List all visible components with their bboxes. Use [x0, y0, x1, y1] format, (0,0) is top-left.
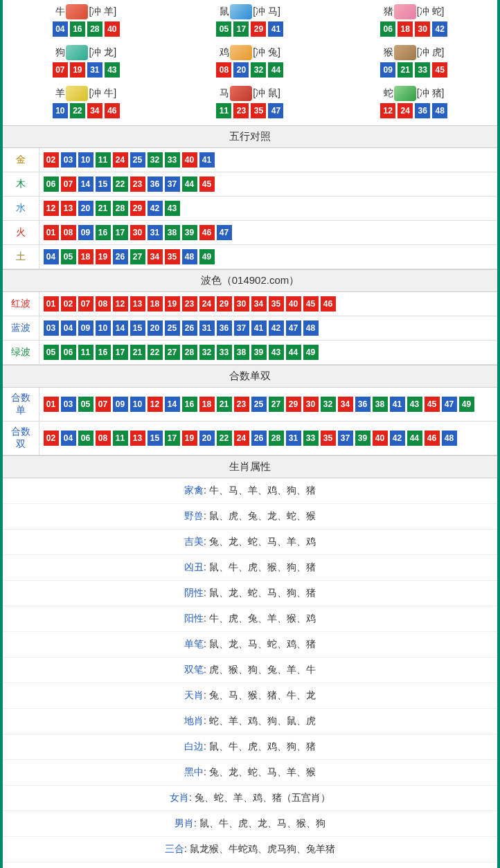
- number-ball: 35: [251, 103, 266, 118]
- attr-cell: 单笔: 鼠、龙、马、蛇、鸡、猪: [3, 632, 497, 658]
- number-ball: 27: [165, 345, 180, 360]
- attr-label: 三合: [165, 843, 184, 854]
- row-balls: 04051819262734354849: [39, 245, 497, 269]
- number-ball: 10: [130, 397, 145, 412]
- number-ball: 17: [233, 21, 249, 37]
- zodiac-numbers: 09213345: [333, 62, 494, 78]
- zodiac-opposition: [冲 虎]: [417, 46, 445, 59]
- number-ball: 19: [165, 296, 180, 311]
- number-ball: 39: [251, 345, 267, 360]
- wuxing-table: 金02031011242532334041木060714152223363744…: [3, 148, 497, 269]
- zodiac-numbers: 08203244: [170, 62, 331, 78]
- number-ball: 21: [96, 201, 111, 216]
- section-header-shuxing: 生肖属性: [3, 455, 497, 478]
- row-label: 红波: [3, 292, 39, 316]
- attr-cell: 女肖: 兔、蛇、羊、鸡、猪（五宫肖）: [3, 786, 497, 811]
- number-ball: 18: [148, 296, 163, 311]
- attr-label: 黑中: [184, 766, 204, 777]
- number-ball: 22: [70, 103, 85, 118]
- number-ball: 12: [148, 397, 163, 412]
- zodiac-icon: [394, 4, 416, 19]
- zodiac-cell: 鸡[冲 兔]08203244: [170, 44, 331, 82]
- number-ball: 18: [398, 21, 413, 37]
- number-ball: 49: [199, 249, 215, 264]
- number-ball: 23: [234, 397, 249, 412]
- attr-label: 野兽: [184, 510, 204, 521]
- attr-label: 单笔: [184, 638, 204, 649]
- section-header-wuxing: 五行对照: [3, 125, 497, 148]
- zodiac-name: 蛇: [384, 87, 393, 100]
- number-ball: 35: [321, 431, 336, 446]
- zodiac-icon: [230, 86, 252, 101]
- attr-value: 鼠、龙、蛇、马、狗、猪: [209, 587, 316, 598]
- number-ball: 24: [398, 103, 413, 118]
- zodiac-title-row: 牛[冲 羊]: [6, 4, 167, 19]
- number-ball: 13: [130, 296, 145, 311]
- number-ball: 25: [130, 152, 145, 168]
- table-row: 红波0102070812131819232429303435404546: [3, 292, 497, 316]
- zodiac-title-row: 羊[冲 牛]: [6, 86, 167, 101]
- attr-cell: 阳性: 牛、虎、兔、羊、猴、鸡: [3, 606, 497, 632]
- zodiac-cell: 羊[冲 牛]10223446: [6, 84, 167, 123]
- attr-cell: 家禽: 牛、马、羊、鸡、狗、猪: [3, 478, 497, 504]
- number-ball: 38: [234, 345, 249, 360]
- zodiac-icon: [66, 86, 88, 101]
- number-ball: 02: [61, 296, 76, 311]
- number-ball: 43: [105, 62, 120, 78]
- zodiac-icon: [66, 45, 88, 60]
- table-row: 水1213202128294243: [3, 197, 497, 221]
- number-ball: 05: [61, 249, 76, 264]
- attr-cell: 阴性: 鼠、龙、蛇、马、狗、猪: [3, 581, 497, 606]
- number-ball: 15: [148, 431, 163, 446]
- number-ball: 01: [44, 296, 59, 311]
- number-ball: 20: [233, 62, 249, 78]
- number-ball: 41: [251, 320, 267, 336]
- number-ball: 37: [165, 177, 180, 192]
- zodiac-icon: [394, 86, 416, 101]
- number-ball: 49: [459, 397, 474, 412]
- attr-value: 鼠、龙、马、蛇、鸡、猪: [209, 638, 316, 649]
- attr-label: 白边: [184, 741, 204, 752]
- zodiac-title-row: 马[冲 鼠]: [170, 86, 331, 101]
- attr-value: 虎、猴、狗、兔、羊、牛: [209, 664, 316, 675]
- number-ball: 21: [217, 397, 232, 412]
- number-ball: 33: [217, 345, 232, 360]
- number-ball: 12: [44, 201, 59, 216]
- attr-row: 白边: 鼠、牛、虎、鸡、狗、猪: [3, 734, 497, 760]
- row-balls: 05061116172122272832333839434449: [39, 341, 497, 365]
- zodiac-opposition: [冲 龙]: [89, 46, 116, 59]
- number-ball: 22: [113, 177, 128, 192]
- number-ball: 36: [148, 177, 163, 192]
- zodiac-opposition: [冲 猪]: [417, 87, 445, 100]
- number-ball: 48: [182, 249, 197, 264]
- table-row: 绿波05061116172122272832333839434449: [3, 341, 497, 365]
- attr-value: 鼠、牛、虎、猴、狗、猪: [209, 561, 316, 572]
- number-ball: 43: [407, 397, 422, 412]
- number-ball: 24: [199, 296, 215, 311]
- zodiac-title-row: 猴[冲 虎]: [333, 45, 494, 60]
- number-ball: 44: [286, 345, 301, 360]
- row-label: 土: [3, 245, 39, 269]
- number-ball: 40: [286, 296, 301, 311]
- number-ball: 20: [199, 431, 215, 446]
- attr-cell: 吉美: 兔、龙、蛇、马、羊、鸡: [3, 530, 497, 555]
- row-label: 合数单: [3, 388, 39, 422]
- number-ball: 29: [286, 397, 301, 412]
- number-ball: 22: [217, 431, 232, 446]
- attr-cell: 地肖: 蛇、羊、鸡、狗、鼠、虎: [3, 709, 497, 734]
- table-row: 火0108091617303138394647: [3, 221, 497, 245]
- number-ball: 05: [78, 397, 93, 412]
- zodiac-title-row: 鸡[冲 兔]: [170, 45, 331, 60]
- table-row: 金02031011242532334041: [3, 148, 497, 172]
- number-ball: 11: [78, 345, 93, 360]
- attr-row: 阴性: 鼠、龙、蛇、马、狗、猪: [3, 581, 497, 606]
- zodiac-numbers: 07193143: [6, 62, 167, 78]
- number-ball: 34: [338, 397, 353, 412]
- number-ball: 45: [425, 397, 440, 412]
- number-ball: 37: [234, 320, 249, 336]
- number-ball: 43: [269, 345, 284, 360]
- number-ball: 32: [321, 397, 336, 412]
- zodiac-opposition: [冲 兔]: [253, 46, 280, 59]
- number-ball: 11: [96, 152, 111, 168]
- row-balls: 1213202128294243: [39, 197, 497, 221]
